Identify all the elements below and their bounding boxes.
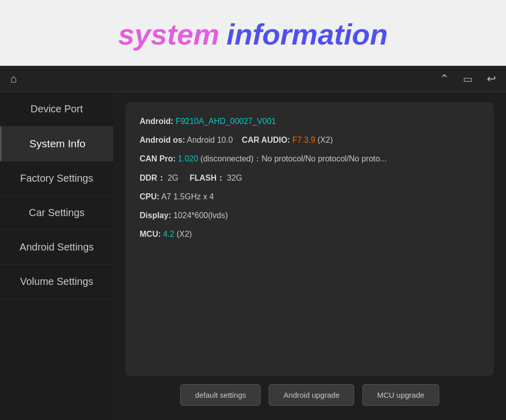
can-pro-label: CAN Pro: (140, 154, 176, 163)
info-card: Android: F9210A_AHD_00027_V001 Android o… (125, 102, 494, 376)
top-bar: ⌂ ⌃ ▭ ↩ (0, 66, 506, 92)
car-audio-label: CAR AUDIO: (242, 136, 290, 144)
mcu-label: MCU: (140, 230, 161, 238)
main-panel: Android: F9210A_AHD_00027_V001 Android o… (113, 92, 506, 420)
flash-value: 32G (227, 174, 242, 182)
android-value: F9210A_AHD_00027_V001 (176, 117, 276, 125)
ddr-value: 2G (167, 174, 178, 182)
title-area: system information (0, 0, 506, 66)
top-bar-right: ⌃ ▭ ↩ (440, 72, 496, 86)
android-upgrade-button[interactable]: Android upgrade (269, 384, 354, 406)
sidebar-item-car-settings[interactable]: Car Settings (0, 196, 113, 230)
android-os-value: Android 10.0 (187, 136, 233, 144)
android-os-label: Android os: (140, 136, 185, 144)
display-value: 1024*600(lvds) (174, 211, 228, 220)
home-icon[interactable]: ⌂ (10, 72, 17, 86)
device-area: ⌂ ⌃ ▭ ↩ Device Port System Info Factory … (0, 66, 506, 420)
back-icon[interactable]: ↩ (487, 72, 496, 86)
mcu-upgrade-button[interactable]: MCU upgrade (362, 384, 439, 406)
buttons-row: default settings Android upgrade MCU upg… (125, 384, 494, 410)
mcu-row: MCU: 4.2 (X2) (140, 227, 480, 241)
android-row: Android: F9210A_AHD_00027_V001 (140, 114, 480, 128)
ddr-label: DDR： (140, 174, 165, 182)
android-label: Android: (140, 117, 174, 125)
sidebar-item-factory-settings[interactable]: Factory Settings (0, 161, 113, 196)
car-audio-suffix: (X2) (318, 136, 333, 144)
can-pro-status: (disconnected)：No protocol/No protocol/N… (200, 154, 387, 163)
sidebar: Device Port System Info Factory Settings… (0, 92, 113, 420)
android-os-row: Android os: Android 10.0 CAR AUDIO: F7.3… (140, 133, 480, 147)
sidebar-item-system-info[interactable]: System Info (0, 127, 113, 161)
title-system: system (118, 17, 220, 51)
ddr-row: DDR： 2G FLASH： 32G (140, 171, 480, 185)
display-row: Display: 1024*600(lvds) (140, 208, 480, 222)
sidebar-item-volume-settings[interactable]: Volume Settings (0, 265, 113, 299)
recents-icon[interactable]: ▭ (463, 73, 473, 85)
car-audio-value: F7.3.9 (292, 136, 315, 144)
title-information: information (226, 17, 388, 51)
chevron-up-icon[interactable]: ⌃ (440, 72, 449, 86)
cpu-row: CPU: A7 1.5GHz x 4 (140, 190, 480, 203)
sidebar-item-android-settings[interactable]: Android Settings (0, 230, 113, 265)
top-bar-left: ⌂ (10, 72, 17, 86)
display-label: Display: (140, 211, 171, 220)
content-area: Device Port System Info Factory Settings… (0, 92, 506, 420)
default-settings-button[interactable]: default settings (180, 384, 261, 406)
sidebar-item-device-port[interactable]: Device Port (0, 92, 113, 127)
flash-label: FLASH： (190, 174, 225, 182)
mcu-value: 4.2 (163, 230, 174, 238)
cpu-label: CPU: (140, 192, 159, 201)
can-pro-row: CAN Pro: 1.020 (disconnected)：No protoco… (140, 152, 480, 165)
can-pro-value: 1.020 (178, 154, 198, 163)
cpu-value: A7 1.5GHz x 4 (161, 192, 214, 201)
mcu-suffix: (X2) (177, 230, 192, 238)
